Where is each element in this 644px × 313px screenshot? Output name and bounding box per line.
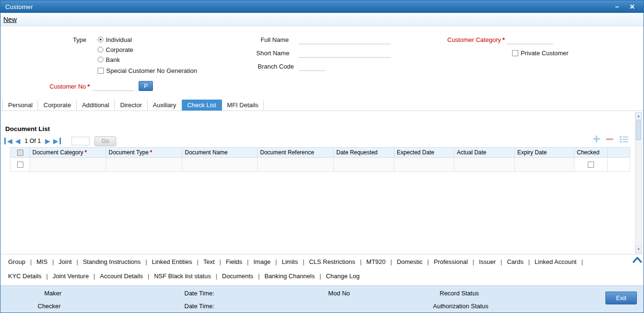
link-issuer[interactable]: Issuer — [474, 258, 500, 265]
scroll-up-icon[interactable]: ▲ — [635, 112, 642, 120]
add-row-icon[interactable]: + — [593, 134, 600, 144]
cell-actual-date[interactable] — [454, 158, 515, 172]
column-checked: Checked — [574, 147, 608, 158]
authorization-status-label: Authorization Status — [433, 303, 488, 310]
link-nsf-black-list-status[interactable]: NSF Black list status — [149, 273, 215, 280]
link-joint-venture[interactable]: Joint Venture — [48, 273, 93, 280]
customer-no-required-marker: * — [88, 83, 90, 90]
link-cards[interactable]: Cards — [502, 258, 528, 265]
link-mis[interactable]: MIS — [32, 258, 52, 265]
checker-date-time-label: Date Time: — [184, 303, 214, 310]
next-page-icon[interactable]: ▶ — [44, 138, 52, 144]
table-row — [10, 158, 630, 172]
row-select-cell — [10, 158, 30, 172]
column-filler — [608, 147, 630, 158]
link-cls-restrictions[interactable]: CLS Restrictions — [304, 258, 360, 265]
link-account-details[interactable]: Account Details — [95, 273, 148, 280]
close-icon[interactable]: ✕ — [629, 3, 635, 10]
column-date-requested-label: Date Requested — [336, 149, 378, 156]
link-linked-entities[interactable]: Linked Entities — [147, 258, 197, 265]
tab-mfi-details[interactable]: MFI Details — [222, 100, 264, 111]
cell-document-category[interactable] — [30, 158, 106, 172]
cell-date-requested[interactable] — [334, 158, 394, 172]
scroll-down-icon[interactable]: ▼ — [635, 246, 642, 253]
cell-document-reference[interactable] — [258, 158, 334, 172]
mod-no-label: Mod No — [328, 290, 350, 297]
column-actual-date-label: Actual Date — [457, 149, 486, 156]
type-radio-corporate[interactable] — [98, 47, 103, 52]
tab-check-list[interactable]: Check List — [182, 100, 222, 111]
full-name-label: Full Name — [261, 36, 289, 43]
link-banking-channels[interactable]: Banking Channels — [260, 273, 320, 280]
cell-expiry-date[interactable] — [515, 158, 574, 172]
select-all-checkbox[interactable] — [17, 150, 23, 156]
link-standing-instructions[interactable]: Standing Instructions — [78, 258, 145, 265]
link-linked-account[interactable]: Linked Account — [530, 258, 581, 265]
customer-no-input[interactable] — [92, 83, 133, 91]
tab-personal[interactable]: Personal — [2, 100, 38, 111]
private-customer-label: Private Customer — [521, 50, 568, 57]
branch-code-input[interactable] — [299, 63, 325, 71]
column-document-reference-label: Document Reference — [260, 149, 314, 156]
checked-checkbox[interactable] — [588, 162, 594, 168]
link-kyc-details[interactable]: KYC Details — [3, 273, 46, 280]
action-links-row-2: KYC Details| Joint Venture| Account Deta… — [3, 271, 364, 281]
tab-additional[interactable]: Additional — [77, 100, 115, 111]
tab-director[interactable]: Director — [115, 100, 148, 111]
link-text[interactable]: Text — [199, 258, 220, 265]
private-customer-checkbox[interactable] — [512, 50, 518, 56]
vertical-scrollbar[interactable]: ▲ ▼ — [635, 112, 642, 253]
type-radio-corporate-label: Corporate — [106, 46, 133, 53]
column-expiry-date: Expiry Date — [515, 147, 574, 158]
type-radio-bank-label: Bank — [106, 56, 120, 63]
full-name-input[interactable] — [298, 36, 391, 44]
customer-category-required-marker: * — [503, 36, 505, 43]
go-button[interactable]: Go — [94, 136, 116, 146]
page-number-input[interactable] — [71, 137, 90, 145]
type-radio-bank[interactable] — [98, 57, 103, 62]
delete-row-icon[interactable]: − — [605, 134, 614, 144]
link-joint[interactable]: Joint — [54, 258, 76, 265]
tab-corporate[interactable]: Corporate — [38, 100, 77, 111]
previous-page-icon[interactable]: ◀ — [14, 138, 22, 144]
column-expiry-date-label: Expiry Date — [517, 149, 547, 156]
document-list-title: Document List — [5, 125, 50, 132]
collapse-panel-icon[interactable] — [632, 256, 643, 263]
customer-category-input[interactable] — [507, 36, 553, 44]
column-expected-date-label: Expected Date — [397, 149, 434, 156]
row-select-checkbox[interactable] — [17, 162, 23, 168]
column-document-name: Document Name — [182, 147, 258, 158]
column-checked-label: Checked — [577, 149, 599, 156]
customer-category-label-text: Customer Category — [447, 36, 501, 43]
minimize-icon[interactable]: – — [615, 3, 619, 10]
short-name-input[interactable] — [298, 50, 391, 58]
link-documents[interactable]: Documents — [217, 273, 258, 280]
column-document-reference: Document Reference — [258, 147, 334, 158]
link-group[interactable]: Group — [3, 258, 30, 265]
link-professional[interactable]: Professional — [429, 258, 473, 265]
link-image[interactable]: Image — [249, 258, 275, 265]
type-radio-individual[interactable] — [98, 37, 103, 42]
cell-document-name[interactable] — [182, 158, 258, 172]
special-customer-no-generation-checkbox[interactable] — [98, 68, 104, 74]
link-domestic[interactable]: Domestic — [392, 258, 427, 265]
cell-checked — [574, 158, 608, 172]
column-expected-date: Expected Date — [394, 147, 454, 158]
populate-button[interactable]: P — [139, 81, 153, 91]
tab-auxiliary[interactable]: Auxiliary — [148, 100, 182, 111]
link-change-log[interactable]: Change Log — [321, 273, 364, 280]
link-limits[interactable]: Limits — [277, 258, 303, 265]
record-status-label: Record Status — [440, 290, 479, 297]
cell-expected-date[interactable] — [394, 158, 454, 172]
exit-button[interactable]: Exit — [605, 292, 637, 304]
first-page-icon[interactable]: ◀ — [4, 138, 14, 144]
link-fields[interactable]: Fields — [221, 258, 247, 265]
cell-document-type[interactable] — [106, 158, 182, 172]
window-title: Customer — [5, 3, 33, 10]
short-name-label: Short Name — [256, 50, 289, 57]
last-page-icon[interactable]: ▶ — [51, 138, 61, 144]
new-button[interactable]: New — [3, 16, 17, 23]
link-mt920[interactable]: MT920 — [362, 258, 390, 265]
scrollbar-thumb[interactable] — [636, 120, 641, 140]
single-view-icon[interactable] — [619, 135, 629, 143]
